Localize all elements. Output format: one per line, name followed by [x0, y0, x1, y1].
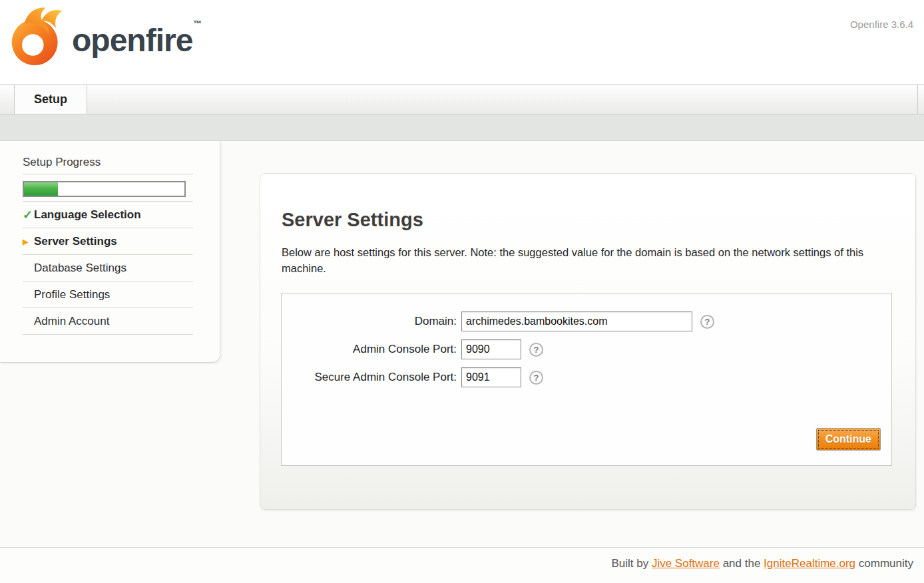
help-icon[interactable]: ?	[529, 343, 543, 357]
footer: Built by Jive Software and the IgniteRea…	[0, 547, 924, 583]
footer-text-suffix: community	[855, 557, 913, 570]
step-label: Database Settings	[34, 262, 126, 275]
step-label: Language Selection	[34, 208, 141, 222]
help-icon[interactable]: ?	[529, 371, 543, 385]
jive-software-link[interactable]: Jive Software	[652, 557, 720, 570]
tab-bar: Setup	[0, 85, 924, 114]
subnav-band	[0, 114, 924, 141]
admin-console-port-field[interactable]	[461, 339, 521, 359]
form-row-domain: Domain: ?	[282, 311, 891, 331]
continue-button[interactable]: Continue	[816, 428, 881, 451]
version-label: Openfire 3.6.4	[850, 19, 913, 30]
check-icon: ✓	[23, 208, 34, 222]
openfire-flame-icon	[7, 3, 68, 69]
openfire-wordmark: openfire™	[72, 22, 200, 59]
setup-progress-panel: Setup Progress ✓ Language Selection ▶ Se…	[0, 141, 220, 363]
footer-text-middle: and the	[720, 557, 764, 570]
sidebar-item-language-selection: ✓ Language Selection	[23, 202, 193, 228]
setup-steps-list: ✓ Language Selection ▶ Server Settings D…	[23, 201, 193, 335]
setup-progress-fill	[24, 182, 58, 196]
current-step-arrow-icon: ▶	[23, 237, 34, 246]
help-icon[interactable]: ?	[700, 315, 714, 329]
sidebar-item-server-settings: ▶ Server Settings	[23, 228, 193, 255]
setup-progress-bar	[23, 181, 186, 197]
sidebar-item-database-settings: Database Settings	[23, 255, 193, 282]
trademark-symbol: ™	[193, 19, 201, 29]
form-row-secure-admin-console-port: Secure Admin Console Port: ?	[282, 367, 891, 387]
page-title: Server Settings	[282, 209, 915, 231]
setup-progress-title: Setup Progress	[23, 156, 193, 169]
server-settings-panel: Server Settings Below are host settings …	[260, 173, 916, 510]
sidebar-item-admin-account: Admin Account	[23, 308, 193, 335]
step-label: Admin Account	[34, 315, 109, 328]
content-area: Setup Progress ✓ Language Selection ▶ Se…	[0, 141, 924, 547]
openfire-logo: openfire™	[7, 3, 200, 69]
step-label: Server Settings	[34, 235, 117, 248]
secure-admin-console-port-field[interactable]	[461, 367, 521, 387]
app-header: openfire™ Openfire 3.6.4	[0, 0, 924, 85]
admin-console-port-label: Admin Console Port:	[282, 343, 461, 356]
step-label: Profile Settings	[34, 288, 110, 301]
tabbar-right-divider	[917, 85, 918, 114]
igniterealtime-link[interactable]: IgniteRealtime.org	[764, 557, 855, 570]
sidebar-item-profile-settings: Profile Settings	[23, 282, 193, 308]
footer-text-prefix: Built by	[611, 557, 651, 570]
secure-admin-console-port-label: Secure Admin Console Port:	[282, 371, 461, 384]
domain-field[interactable]	[461, 311, 692, 331]
title-divider	[23, 174, 193, 174]
form-row-admin-console-port: Admin Console Port: ?	[282, 339, 891, 359]
tab-setup[interactable]: Setup	[14, 85, 87, 114]
domain-label: Domain:	[282, 315, 461, 328]
page-description: Below are host settings for this server.…	[282, 244, 867, 276]
server-settings-form: Domain: ? Admin Console Port: ? Secure A…	[281, 293, 892, 466]
